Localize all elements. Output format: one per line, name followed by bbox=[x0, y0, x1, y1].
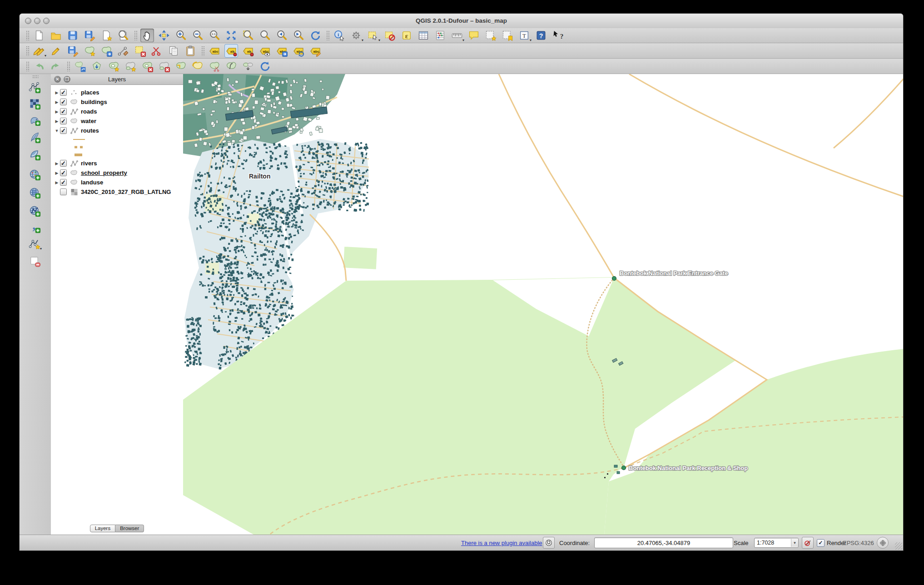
new-shapefile-layer-button[interactable]: ▾ bbox=[28, 237, 41, 251]
layer-name[interactable]: rivers bbox=[81, 160, 97, 167]
scale-dropdown-icon[interactable]: ▼ bbox=[791, 539, 798, 547]
open-attribute-table-button[interactable] bbox=[417, 29, 430, 42]
add-ring-button[interactable] bbox=[107, 59, 120, 73]
undo-button[interactable] bbox=[32, 59, 46, 73]
toolbar-grip[interactable] bbox=[67, 61, 71, 71]
split-features-button[interactable] bbox=[208, 59, 221, 73]
dropdown-arrow-icon[interactable]: ▾ bbox=[362, 39, 363, 42]
select-features-button[interactable]: ▾ bbox=[366, 29, 380, 42]
rotate-feature-button[interactable] bbox=[73, 59, 87, 73]
identify-features-button[interactable]: i bbox=[333, 29, 346, 42]
layer-visibility-checkbox[interactable]: ✓ bbox=[60, 179, 67, 186]
offset-curve-button[interactable] bbox=[191, 59, 204, 73]
delete-selected-button[interactable] bbox=[133, 44, 147, 58]
toolbar-grip[interactable] bbox=[201, 46, 205, 56]
change-label-properties-button[interactable]: abc bbox=[308, 44, 322, 58]
layer-visibility-checkbox[interactable]: ✓ bbox=[60, 89, 67, 96]
layer-row-landuse[interactable]: ▶✓landuse bbox=[54, 178, 183, 187]
pan-to-selection-button[interactable] bbox=[157, 29, 171, 42]
place-point-reception[interactable] bbox=[622, 466, 626, 470]
new-bookmark-button[interactable] bbox=[484, 29, 497, 42]
measure-button[interactable]: ▾ bbox=[450, 29, 464, 42]
rotate-label-button[interactable]: abc bbox=[292, 44, 305, 58]
layer-name[interactable]: 3420C_2010_327_RGB_LATLNG bbox=[81, 188, 171, 195]
save-layer-edits-button[interactable] bbox=[66, 44, 79, 58]
dropdown-arrow-icon[interactable]: ▾ bbox=[378, 39, 380, 42]
move-label-button[interactable]: abc bbox=[275, 44, 288, 58]
show-bookmarks-button[interactable] bbox=[501, 29, 514, 42]
layer-name[interactable]: routes bbox=[81, 127, 99, 134]
map-canvas[interactable]: RailtonBontebok National Park Entrance G… bbox=[183, 74, 903, 535]
dropdown-arrow-icon[interactable]: ▾ bbox=[530, 39, 532, 42]
new-plugin-link[interactable]: There is a new plugin available bbox=[461, 540, 542, 546]
toolbar-grip[interactable] bbox=[134, 30, 138, 40]
rotate-point-symbols-button[interactable] bbox=[258, 59, 272, 73]
add-wcs-layer-button[interactable] bbox=[28, 186, 41, 199]
render-checkbox[interactable]: ✓ bbox=[817, 539, 825, 547]
whats-this-button[interactable]: ? bbox=[551, 29, 565, 42]
layer-name[interactable]: water bbox=[81, 118, 96, 124]
field-calculator-button[interactable] bbox=[433, 29, 447, 42]
add-postgis-layer-button[interactable] bbox=[28, 113, 41, 127]
expander-icon[interactable]: ▶ bbox=[54, 161, 60, 166]
expander-icon[interactable]: ▶ bbox=[54, 119, 60, 124]
toolbar-grip[interactable] bbox=[326, 30, 330, 40]
zoom-in-button[interactable] bbox=[174, 29, 188, 42]
add-feature-button[interactable] bbox=[83, 44, 96, 58]
layer-row-school_property[interactable]: ▶✓school_property bbox=[54, 168, 183, 178]
copy-features-button[interactable] bbox=[167, 44, 180, 58]
plugin-icon[interactable] bbox=[543, 537, 555, 549]
zoom-to-selection-button[interactable] bbox=[241, 29, 255, 42]
resize-grip[interactable] bbox=[895, 542, 902, 550]
select-by-expression-button[interactable]: ε bbox=[400, 29, 413, 42]
toolbar-grip[interactable] bbox=[32, 75, 39, 79]
remove-layer-button[interactable] bbox=[28, 254, 41, 268]
paste-features-button[interactable] bbox=[184, 44, 197, 58]
layer-visibility-checkbox[interactable]: ✓ bbox=[60, 99, 67, 105]
pin-labels-button[interactable]: ab bbox=[224, 44, 238, 58]
add-vector-layer-button[interactable] bbox=[28, 80, 41, 94]
highlight-pinned-labels-button[interactable]: ab bbox=[241, 44, 255, 58]
add-part-button[interactable] bbox=[124, 59, 137, 73]
layer-visibility-checkbox[interactable]: ✓ bbox=[60, 169, 67, 176]
new-print-composer-button[interactable] bbox=[99, 29, 113, 42]
merge-features-button[interactable] bbox=[241, 59, 255, 73]
dropdown-arrow-icon[interactable]: ▾ bbox=[45, 54, 46, 58]
delete-ring-button[interactable] bbox=[140, 59, 154, 73]
layer-name[interactable]: school_property bbox=[81, 169, 127, 176]
panel-close-icon[interactable]: ✕ bbox=[54, 76, 61, 83]
layer-row-routes[interactable]: ▼✓routes bbox=[54, 126, 183, 135]
layer-row-3420C_2010_327_RGB_LATLNG[interactable]: ✓3420C_2010_327_RGB_LATLNG bbox=[54, 187, 183, 197]
save-project-button[interactable] bbox=[66, 29, 79, 42]
layer-row-roads[interactable]: ▶✓roads bbox=[54, 107, 183, 116]
current-edits-button[interactable]: ▾ bbox=[32, 44, 46, 58]
composer-manager-button[interactable] bbox=[116, 29, 130, 42]
deselect-all-button[interactable] bbox=[383, 29, 397, 42]
zoom-to-layer-button[interactable] bbox=[258, 29, 272, 42]
expander-icon[interactable]: ▼ bbox=[54, 129, 60, 133]
crs-globe-button[interactable] bbox=[877, 537, 889, 549]
add-spatialite-layer-button[interactable] bbox=[28, 130, 41, 144]
title-bar[interactable]: QGIS 2.0.1-Dufour – basic_map bbox=[20, 14, 903, 29]
add-mssql-layer-button[interactable] bbox=[28, 148, 41, 161]
add-raster-layer-button[interactable] bbox=[28, 97, 41, 110]
add-wfs-layer-button[interactable] bbox=[28, 204, 41, 218]
new-project-button[interactable] bbox=[32, 29, 46, 42]
help-button[interactable]: ? bbox=[534, 29, 548, 42]
delete-part-button[interactable] bbox=[157, 59, 171, 73]
layer-visibility-checkbox[interactable]: ✓ bbox=[60, 127, 67, 134]
pan-map-button[interactable] bbox=[140, 29, 154, 42]
save-project-as-button[interactable] bbox=[83, 29, 96, 42]
toolbar-grip[interactable] bbox=[26, 61, 30, 71]
split-parts-button[interactable] bbox=[224, 59, 238, 73]
expander-icon[interactable]: ▶ bbox=[54, 180, 60, 185]
layer-visibility-checkbox[interactable]: ✓ bbox=[60, 118, 67, 124]
layer-row-places[interactable]: ▶✓places bbox=[54, 88, 183, 97]
text-annotation-button[interactable]: T▾ bbox=[517, 29, 531, 42]
layer-name[interactable]: buildings bbox=[81, 99, 107, 105]
cut-features-button[interactable] bbox=[150, 44, 164, 58]
layer-name[interactable]: places bbox=[81, 89, 99, 96]
place-point-entrance-gate[interactable] bbox=[612, 277, 616, 281]
stop-render-button[interactable] bbox=[802, 537, 814, 549]
expander-icon[interactable]: ▶ bbox=[54, 100, 60, 104]
